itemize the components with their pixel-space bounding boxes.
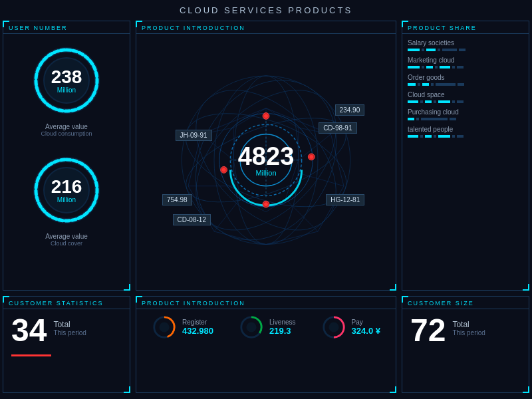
metric-item: Pay324.0 ¥ xyxy=(321,315,380,340)
share-item: Purchasing cloud xyxy=(408,108,523,120)
share-bar-segment xyxy=(416,118,419,120)
customer-size-content: 72 Total This period xyxy=(402,309,529,352)
svg-point-62 xyxy=(329,322,338,332)
share-bar-segment xyxy=(450,118,456,120)
svg-point-53 xyxy=(309,155,313,159)
svg-point-49 xyxy=(264,202,268,206)
share-item-name: talented people xyxy=(408,126,523,133)
share-bar-segment xyxy=(420,135,423,138)
metric-info: Pay324.0 ¥ xyxy=(352,319,380,336)
share-bar-segment xyxy=(420,100,423,103)
metric-gauge xyxy=(239,315,264,340)
product-share-panel: PRODUCT SHARE Salary societiesMarketing … xyxy=(402,21,529,291)
share-bar-segment xyxy=(408,66,420,68)
share-item: Salary societies xyxy=(408,39,523,51)
share-bar-segment xyxy=(438,100,450,103)
share-bar-segment xyxy=(457,100,464,103)
share-item-name: Purchasing cloud xyxy=(408,108,523,116)
customer-statistics-panel: CUSTOMER STATISTICS 34 Total This period xyxy=(3,296,130,394)
share-bar-segment xyxy=(438,49,440,51)
metric-value: 432.980 xyxy=(182,326,213,336)
share-bar-segment xyxy=(434,135,436,138)
metric-label: Liveness xyxy=(269,319,295,326)
label-234-90: 234.90 xyxy=(335,104,365,116)
metric-value: 219.3 xyxy=(269,326,295,336)
share-bar-segment xyxy=(426,49,436,51)
share-bar-segment xyxy=(438,135,450,138)
gauge1-section: 238 Million Average value Cloud consumpt… xyxy=(3,34,130,144)
product-introduction-panel: PRODUCT INTRODUCTION xyxy=(136,21,396,291)
share-bar-segment xyxy=(435,66,438,68)
share-item-name: Cloud space xyxy=(408,91,523,98)
svg-point-56 xyxy=(159,322,169,332)
share-item-name: Salary societies xyxy=(408,39,523,47)
metric-gauge xyxy=(321,315,346,340)
gauge2-section: 216 Million Average value Cloud cover xyxy=(3,144,130,253)
user-number-title: USER NUMBER xyxy=(3,21,130,34)
share-bar-segment xyxy=(431,83,434,86)
product-intro-title: PRODUCT INTRODUCTION xyxy=(136,21,396,34)
customer-stats-bar xyxy=(11,354,51,356)
metric-item: Register432.980 xyxy=(152,315,213,340)
metric-label: Pay xyxy=(352,319,380,326)
share-item-name: Order goods xyxy=(408,74,523,81)
share-item-bars xyxy=(408,100,523,103)
svg-point-47 xyxy=(264,114,268,118)
share-bar-segment xyxy=(408,100,418,103)
share-bar-segment xyxy=(418,83,420,86)
share-bar-segment xyxy=(408,135,418,138)
share-bar-segment xyxy=(422,66,424,68)
user-number-panel: USER NUMBER 238 Million Average value xyxy=(3,21,130,291)
share-bar-segment xyxy=(425,100,432,103)
customer-stats-content: 34 Total This period xyxy=(3,309,130,352)
share-bar-segment xyxy=(434,100,436,103)
share-item-name: Marketing cloud xyxy=(408,57,523,64)
metric-gauge xyxy=(152,315,177,340)
share-item: talented people xyxy=(408,126,523,138)
customer-size-panel: CUSTOMER SIZE 72 Total This period xyxy=(402,296,529,394)
gauge2: 216 Million xyxy=(30,154,103,227)
share-item-bars xyxy=(408,83,523,86)
svg-point-59 xyxy=(246,322,256,332)
page-title: CLOUD SERVICES PRODUCTS xyxy=(0,0,532,18)
share-bar-segment xyxy=(408,83,416,86)
customer-stats-value: 34 xyxy=(11,315,47,346)
metric-value: 324.0 ¥ xyxy=(352,326,380,336)
gauge1-label: Average value Cloud consumption xyxy=(41,123,92,137)
share-bar-segment xyxy=(436,83,456,86)
label-hg-12-81: HG-12-81 xyxy=(326,194,364,205)
share-bar-segment xyxy=(457,135,464,138)
share-bar-segment xyxy=(408,49,420,51)
share-bar-segment xyxy=(421,118,448,120)
share-bar-segment xyxy=(422,49,424,51)
customer-stats-info: Total This period xyxy=(53,315,86,336)
metric-info: Register432.980 xyxy=(182,319,213,336)
label-jh-09-91: JH-09-91 xyxy=(176,130,212,141)
metric-label: Register xyxy=(182,319,213,326)
customer-size-value: 72 xyxy=(410,315,446,346)
sphere-center-value: 4823 Million xyxy=(238,144,295,177)
product-intro-bottom-title: PRODUCT INTRODUCTION xyxy=(136,297,396,309)
share-item-bars xyxy=(408,49,523,51)
sphere-container: JH-09-91 234.90 CD-98-91 754.98 CD-08-12… xyxy=(136,34,396,287)
svg-line-16 xyxy=(331,134,344,186)
metrics-row: Register432.980 Liveness219.3 Pay324.0 ¥ xyxy=(136,309,396,345)
customer-size-title: CUSTOMER SIZE xyxy=(402,297,529,309)
share-bar-segment xyxy=(425,135,432,138)
share-bar-segment xyxy=(426,66,433,68)
gauge1-value: 238 Million xyxy=(51,68,82,94)
label-754-98: 754.98 xyxy=(162,194,192,205)
share-item: Order goods xyxy=(408,74,523,86)
gauge2-value: 216 Million xyxy=(51,178,82,203)
share-bar-segment xyxy=(452,100,455,103)
label-cd-98-91: CD-98-91 xyxy=(319,122,356,134)
share-item: Cloud space xyxy=(408,91,523,103)
share-bar-segment xyxy=(452,135,455,138)
product-intro-bottom-panel: PRODUCT INTRODUCTION Register432.980 Liv… xyxy=(136,296,396,394)
metric-info: Liveness219.3 xyxy=(269,319,295,336)
svg-point-51 xyxy=(222,168,226,172)
share-bar-segment xyxy=(458,83,464,86)
product-share-title: PRODUCT SHARE xyxy=(402,21,529,34)
share-item-bars xyxy=(408,66,523,68)
share-bar-segment xyxy=(408,118,414,120)
